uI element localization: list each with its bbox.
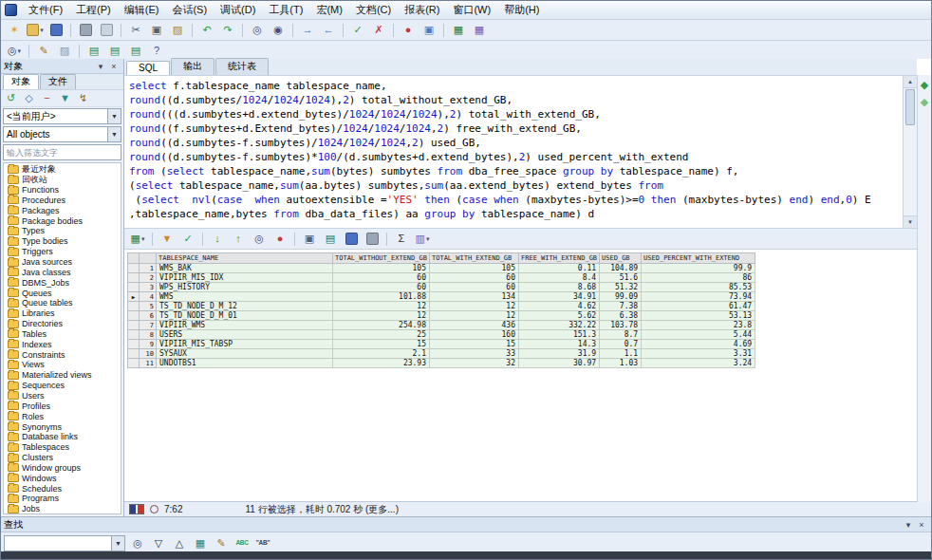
menu-item-10[interactable]: 帮助(H) [497, 2, 546, 18]
copy-icon[interactable]: ▣ [147, 21, 166, 40]
pin-icon[interactable]: ▾ [94, 60, 107, 73]
tree-item-queues[interactable]: Queues [4, 288, 121, 298]
settings-icon[interactable]: ↯ [75, 90, 91, 106]
table-row[interactable]: 10SYSAUX2.13331.91.13.31 [128, 349, 755, 359]
table-row[interactable]: 1WMS_BAK1051050.11104.8999.9 [128, 264, 755, 273]
object-filter-dropdown[interactable]: All objects ▼ [3, 126, 121, 142]
tree-item-programs[interactable]: Programs [4, 494, 121, 504]
tree-item-users[interactable]: Users [4, 391, 121, 401]
table-row[interactable]: 9VIPIIR_MIS_TABSP151514.30.74.69 [128, 340, 755, 349]
close-icon[interactable]: × [107, 60, 121, 73]
open-icon[interactable]: ▾ [26, 21, 45, 40]
column-header-USED_GB[interactable]: USED_GB [600, 253, 642, 264]
tree-item-jobs[interactable]: Jobs [4, 504, 121, 514]
print-preview-icon[interactable] [97, 21, 116, 40]
tree-item-libraries[interactable]: Libraries [4, 308, 121, 319]
tree-item-clusters[interactable]: Clusters [4, 453, 121, 463]
sql-editor[interactable]: select f.tablespace_name tablespace_name… [124, 76, 904, 228]
column-header-USED_PERCENT_WITH_EXTEND[interactable]: USED_PERCENT_WITH_EXTEND [642, 253, 755, 264]
editor-scrollbar[interactable]: ▲ ▼ [903, 76, 917, 228]
dock-up-icon[interactable]: ◆ [918, 78, 932, 92]
dock-down-icon[interactable]: ◆ [918, 95, 932, 109]
tree-item-indexes[interactable]: Indexes [4, 339, 121, 349]
collapse-icon[interactable]: − [39, 90, 55, 106]
table-grid-icon[interactable]: ▦ [449, 21, 468, 40]
print-icon[interactable] [76, 21, 95, 40]
find-button[interactable]: ◎ [128, 533, 147, 552]
grid-copy-icon[interactable]: ▣ [300, 230, 319, 249]
break-icon[interactable]: ● [399, 21, 418, 40]
new-window-icon[interactable]: ✶ [5, 21, 24, 40]
menu-item-3[interactable]: 会话(S) [165, 2, 214, 18]
tree-item-package-bodies[interactable]: Package bodies [4, 215, 121, 226]
tree-item-type-bodies[interactable]: Type bodies [4, 236, 121, 247]
fetch-last-icon[interactable]: ▼ [158, 230, 177, 249]
grid-find-icon[interactable]: ◎ [250, 230, 269, 249]
table-row[interactable]: 5TS_TD_NODE_D_M_1212124.627.3861.47 [128, 302, 755, 311]
sum-icon[interactable]: Σ [392, 230, 411, 249]
edit-icon[interactable]: ✎ [34, 42, 53, 61]
menu-item-6[interactable]: 宏(M) [309, 2, 349, 18]
outdent-icon[interactable]: ← [319, 21, 338, 40]
chevron-down-icon[interactable]: ▼ [107, 127, 121, 141]
find-icon[interactable]: ◎ [248, 21, 267, 40]
tab-SQL[interactable]: SQL [126, 61, 170, 75]
whole-word-icon[interactable]: "AB" [253, 533, 272, 552]
table-row[interactable]: 7VIPIIR_WMS254.98436332.22103.7823.8 [128, 321, 755, 330]
object-data-icon[interactable]: ▤ [126, 42, 145, 61]
scrollbar-thumb[interactable] [905, 89, 915, 125]
tree-item-tables[interactable]: Tables [4, 329, 121, 340]
grid-save-icon[interactable] [342, 230, 361, 249]
chevron-down-icon[interactable]: ▼ [111, 536, 124, 551]
filter-icon[interactable]: ▼ [57, 90, 73, 106]
tree-item-java-classes[interactable]: Java classes [4, 267, 121, 277]
table-row[interactable]: 2VIPIIR_MIS_IDX60608.451.686 [128, 273, 755, 283]
refresh-icon[interactable]: ↺ [3, 90, 19, 106]
tree-item-回收站[interactable]: 回收站 [4, 175, 121, 185]
scroll-down-icon[interactable]: ▼ [904, 215, 917, 228]
report-grid-icon[interactable]: ▦ [470, 21, 489, 40]
tree-item-schedules[interactable]: Schedules [4, 483, 121, 494]
column-header-FREE_WITH_EXTEND_GB[interactable]: FREE_WITH_EXTEND_GB [519, 253, 600, 264]
tree-item-directories[interactable]: Directories [4, 319, 121, 329]
zoom-icon[interactable]: ◎▾ [5, 42, 24, 61]
tree-item-database-links[interactable]: Database links [4, 432, 121, 442]
edit-find-icon[interactable]: ✎ [212, 533, 231, 552]
column-header-TOTAL_WITHOUT_EXTEND_GB[interactable]: TOTAL_WITHOUT_EXTEND_GB [333, 253, 430, 264]
table-data-icon[interactable]: ▤ [105, 42, 124, 61]
save-icon[interactable] [47, 21, 65, 40]
find-prev-icon[interactable]: ▽ [149, 533, 168, 552]
tree-item-types[interactable]: Types [4, 226, 121, 236]
erase-icon[interactable]: ▨ [55, 42, 74, 61]
table-row[interactable]: 8USERS25160151.38.75.44 [128, 330, 755, 340]
tree-item-profiles[interactable]: Profiles [4, 401, 121, 411]
table-row[interactable]: 6TS_TD_NODE_D_M_0112125.626.3853.13 [128, 311, 755, 321]
scroll-up-icon[interactable]: ▲ [904, 76, 917, 88]
help-icon[interactable]: ? [147, 42, 166, 61]
menu-item-4[interactable]: 调试(D) [214, 2, 262, 18]
tree-item-queue-tables[interactable]: Queue tables [4, 298, 121, 308]
undo-icon[interactable]: ↶ [197, 21, 216, 40]
redo-icon[interactable]: ↷ [218, 21, 237, 40]
tree-item-packages[interactable]: Packages [4, 205, 121, 215]
close-icon[interactable]: × [915, 518, 928, 532]
find-input[interactable]: ▼ [4, 535, 125, 551]
tab-输出[interactable]: 输出 [171, 58, 214, 75]
expand-icon[interactable]: ◇ [21, 90, 37, 106]
cut-icon[interactable]: ✂ [126, 21, 145, 40]
menu-item-9[interactable]: 窗口(W) [446, 2, 497, 18]
column-header-TABLESPACE_NAME[interactable]: TABLESPACE_NAME [157, 253, 333, 264]
tree-item-views[interactable]: Views [4, 360, 121, 370]
grid-menu-icon[interactable]: ▦▾ [128, 230, 147, 249]
find-next-down-icon[interactable]: △ [170, 533, 189, 552]
tree-item-constraints[interactable]: Constraints [4, 349, 121, 360]
session-list-icon[interactable]: ▤ [84, 42, 103, 61]
stop-icon[interactable]: ● [270, 230, 289, 249]
tree-item-roles[interactable]: Roles [4, 411, 121, 421]
sort-asc-icon[interactable]: ↓ [208, 230, 227, 249]
table-row[interactable]: 3WPS_HISTORY60608.6851.3285.53 [128, 283, 755, 292]
column-header-TOTAL_WITH_EXTEND_GB[interactable]: TOTAL_WITH_EXTEND_GB [430, 253, 519, 264]
menu-item-1[interactable]: 工程(P) [69, 2, 118, 18]
tree-item-procedures[interactable]: Procedures [4, 196, 121, 206]
menu-item-7[interactable]: 文档(C) [349, 2, 398, 18]
